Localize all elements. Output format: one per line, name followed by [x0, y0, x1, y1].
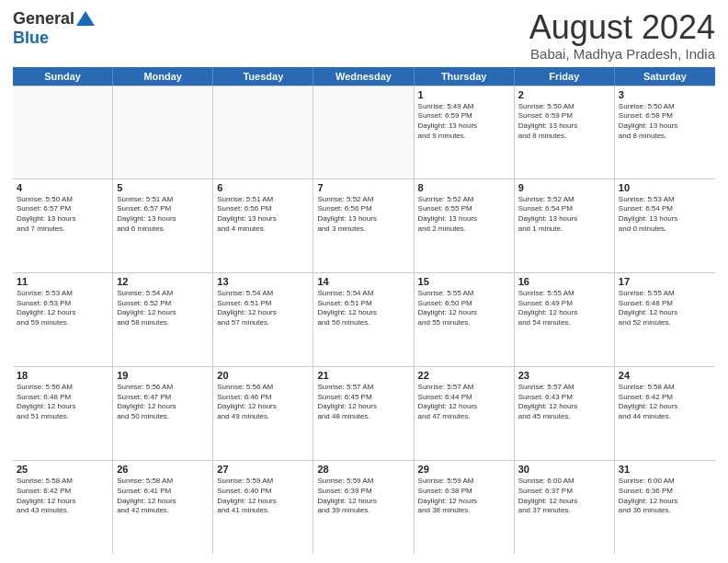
calendar-day-10: 10Sunrise: 5:53 AM Sunset: 6:54 PM Dayli…: [615, 179, 715, 272]
calendar-day-22: 22Sunrise: 5:57 AM Sunset: 6:44 PM Dayli…: [415, 367, 515, 460]
day-number: 13: [217, 276, 309, 287]
day-info: Sunrise: 5:57 AM Sunset: 6:45 PM Dayligh…: [317, 383, 409, 422]
day-of-week-thursday: Thursday: [415, 67, 515, 86]
calendar-day-26: 26Sunrise: 5:58 AM Sunset: 6:41 PM Dayli…: [113, 461, 213, 554]
day-number: 14: [317, 276, 409, 287]
day-number: 6: [217, 182, 309, 193]
empty-cell: [13, 86, 113, 178]
calendar-day-31: 31Sunrise: 6:00 AM Sunset: 6:36 PM Dayli…: [615, 461, 715, 554]
day-of-week-saturday: Saturday: [615, 67, 715, 86]
day-info: Sunrise: 5:58 AM Sunset: 6:41 PM Dayligh…: [117, 477, 209, 516]
day-number: 24: [619, 370, 711, 381]
calendar-day-7: 7Sunrise: 5:52 AM Sunset: 6:56 PM Daylig…: [313, 179, 414, 272]
day-info: Sunrise: 5:52 AM Sunset: 6:56 PM Dayligh…: [317, 195, 409, 235]
day-number: 10: [619, 182, 711, 193]
day-info: Sunrise: 5:56 AM Sunset: 6:46 PM Dayligh…: [217, 383, 309, 422]
day-info: Sunrise: 5:54 AM Sunset: 6:52 PM Dayligh…: [117, 289, 209, 328]
day-number: 29: [418, 464, 510, 475]
calendar-day-9: 9Sunrise: 5:52 AM Sunset: 6:54 PM Daylig…: [515, 179, 615, 272]
calendar-week-2: 4Sunrise: 5:50 AM Sunset: 6:57 PM Daylig…: [13, 179, 715, 273]
logo-blue-text: Blue: [13, 29, 49, 48]
day-number: 22: [418, 370, 510, 381]
calendar-day-11: 11Sunrise: 5:53 AM Sunset: 6:53 PM Dayli…: [13, 273, 113, 366]
day-info: Sunrise: 5:49 AM Sunset: 6:59 PM Dayligh…: [418, 102, 510, 142]
day-info: Sunrise: 5:56 AM Sunset: 6:48 PM Dayligh…: [17, 383, 108, 422]
day-number: 5: [117, 182, 209, 193]
day-info: Sunrise: 5:53 AM Sunset: 6:53 PM Dayligh…: [17, 289, 108, 328]
day-of-week-friday: Friday: [515, 67, 615, 86]
calendar-day-25: 25Sunrise: 5:58 AM Sunset: 6:42 PM Dayli…: [13, 461, 113, 554]
day-info: Sunrise: 5:50 AM Sunset: 6:57 PM Dayligh…: [17, 195, 108, 235]
calendar-day-12: 12Sunrise: 5:54 AM Sunset: 6:52 PM Dayli…: [113, 273, 213, 366]
calendar-day-2: 2Sunrise: 5:50 AM Sunset: 6:59 PM Daylig…: [515, 86, 615, 178]
calendar-day-28: 28Sunrise: 5:59 AM Sunset: 6:39 PM Dayli…: [313, 461, 414, 554]
day-number: 27: [217, 464, 309, 475]
day-info: Sunrise: 5:51 AM Sunset: 6:56 PM Dayligh…: [217, 195, 309, 235]
day-number: 21: [317, 370, 409, 381]
calendar-day-5: 5Sunrise: 5:51 AM Sunset: 6:57 PM Daylig…: [113, 179, 213, 272]
day-of-week-sunday: Sunday: [13, 67, 113, 86]
day-info: Sunrise: 5:55 AM Sunset: 6:49 PM Dayligh…: [518, 289, 610, 328]
day-number: 23: [518, 370, 610, 381]
logo-general-text: General: [13, 9, 74, 29]
calendar-day-8: 8Sunrise: 5:52 AM Sunset: 6:55 PM Daylig…: [415, 179, 515, 272]
title-block: August 2024 Babai, Madhya Pradesh, India: [529, 9, 715, 62]
calendar-day-14: 14Sunrise: 5:54 AM Sunset: 6:51 PM Dayli…: [313, 273, 414, 366]
day-number: 20: [217, 370, 309, 381]
day-info: Sunrise: 5:54 AM Sunset: 6:51 PM Dayligh…: [317, 289, 409, 328]
day-number: 7: [317, 182, 409, 193]
day-number: 17: [619, 276, 711, 287]
page-header: General Blue August 2024 Babai, Madhya P…: [13, 9, 715, 62]
empty-cell: [213, 86, 313, 178]
month-title: August 2024: [529, 9, 715, 46]
calendar-day-18: 18Sunrise: 5:56 AM Sunset: 6:48 PM Dayli…: [13, 367, 113, 460]
day-info: Sunrise: 5:50 AM Sunset: 6:58 PM Dayligh…: [619, 102, 711, 142]
day-info: Sunrise: 5:53 AM Sunset: 6:54 PM Dayligh…: [619, 195, 711, 235]
calendar-day-6: 6Sunrise: 5:51 AM Sunset: 6:56 PM Daylig…: [213, 179, 313, 272]
logo: General Blue: [13, 9, 95, 48]
day-number: 19: [117, 370, 209, 381]
day-info: Sunrise: 5:57 AM Sunset: 6:44 PM Dayligh…: [418, 383, 510, 422]
calendar-day-27: 27Sunrise: 5:59 AM Sunset: 6:40 PM Dayli…: [213, 461, 313, 554]
day-number: 28: [317, 464, 409, 475]
empty-cell: [313, 86, 414, 178]
day-of-week-wednesday: Wednesday: [313, 67, 414, 86]
calendar-day-30: 30Sunrise: 6:00 AM Sunset: 6:37 PM Dayli…: [515, 461, 615, 554]
calendar-week-3: 11Sunrise: 5:53 AM Sunset: 6:53 PM Dayli…: [13, 273, 715, 367]
calendar-body: 1Sunrise: 5:49 AM Sunset: 6:59 PM Daylig…: [13, 86, 715, 554]
calendar: SundayMondayTuesdayWednesdayThursdayFrid…: [13, 67, 715, 554]
day-info: Sunrise: 5:50 AM Sunset: 6:59 PM Dayligh…: [518, 102, 610, 142]
calendar-day-3: 3Sunrise: 5:50 AM Sunset: 6:58 PM Daylig…: [615, 86, 715, 178]
calendar-day-13: 13Sunrise: 5:54 AM Sunset: 6:51 PM Dayli…: [213, 273, 313, 366]
day-info: Sunrise: 5:59 AM Sunset: 6:39 PM Dayligh…: [317, 477, 409, 516]
day-number: 30: [518, 464, 610, 475]
day-info: Sunrise: 5:51 AM Sunset: 6:57 PM Dayligh…: [117, 195, 209, 235]
day-info: Sunrise: 5:55 AM Sunset: 6:48 PM Dayligh…: [619, 289, 711, 328]
calendar-header: SundayMondayTuesdayWednesdayThursdayFrid…: [13, 67, 715, 86]
day-info: Sunrise: 5:54 AM Sunset: 6:51 PM Dayligh…: [217, 289, 309, 328]
calendar-day-4: 4Sunrise: 5:50 AM Sunset: 6:57 PM Daylig…: [13, 179, 113, 272]
day-of-week-monday: Monday: [113, 67, 213, 86]
calendar-day-21: 21Sunrise: 5:57 AM Sunset: 6:45 PM Dayli…: [313, 367, 414, 460]
calendar-day-15: 15Sunrise: 5:55 AM Sunset: 6:50 PM Dayli…: [415, 273, 515, 366]
day-info: Sunrise: 5:55 AM Sunset: 6:50 PM Dayligh…: [418, 289, 510, 328]
day-number: 31: [619, 464, 711, 475]
day-info: Sunrise: 6:00 AM Sunset: 6:36 PM Dayligh…: [619, 477, 711, 516]
day-number: 1: [418, 89, 510, 100]
day-number: 26: [117, 464, 209, 475]
calendar-day-16: 16Sunrise: 5:55 AM Sunset: 6:49 PM Dayli…: [515, 273, 615, 366]
calendar-day-1: 1Sunrise: 5:49 AM Sunset: 6:59 PM Daylig…: [415, 86, 515, 178]
day-number: 15: [418, 276, 510, 287]
day-info: Sunrise: 5:52 AM Sunset: 6:54 PM Dayligh…: [518, 195, 610, 235]
day-number: 16: [518, 276, 610, 287]
day-number: 4: [17, 182, 108, 193]
calendar-week-1: 1Sunrise: 5:49 AM Sunset: 6:59 PM Daylig…: [13, 86, 715, 179]
day-info: Sunrise: 5:56 AM Sunset: 6:47 PM Dayligh…: [117, 383, 209, 422]
calendar-day-23: 23Sunrise: 5:57 AM Sunset: 6:43 PM Dayli…: [515, 367, 615, 460]
day-number: 11: [17, 276, 108, 287]
logo-triangle-icon: [76, 11, 95, 26]
day-info: Sunrise: 5:58 AM Sunset: 6:42 PM Dayligh…: [17, 477, 108, 516]
calendar-day-20: 20Sunrise: 5:56 AM Sunset: 6:46 PM Dayli…: [213, 367, 313, 460]
day-info: Sunrise: 5:58 AM Sunset: 6:42 PM Dayligh…: [619, 383, 711, 422]
day-number: 2: [518, 89, 610, 100]
